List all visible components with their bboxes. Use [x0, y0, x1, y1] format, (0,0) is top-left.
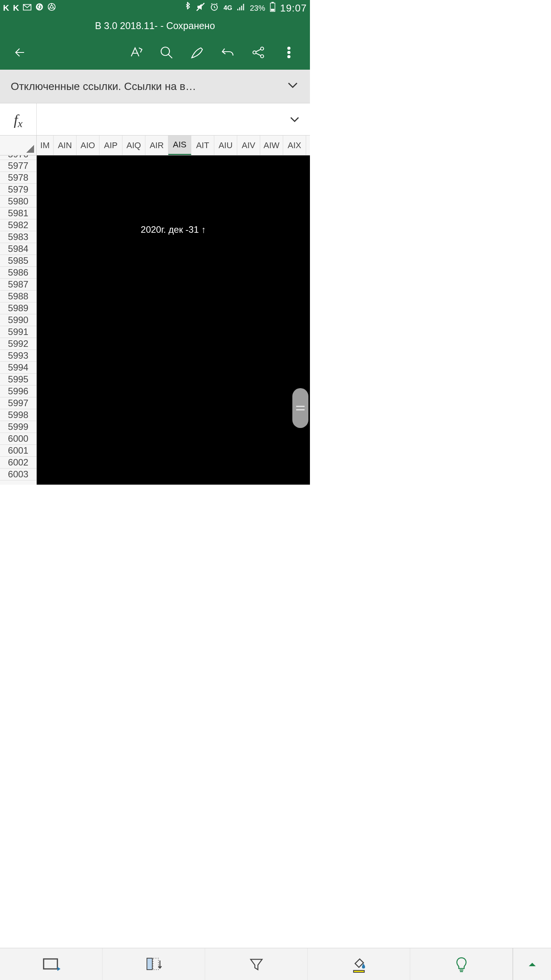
- row-header[interactable]: 5995: [0, 374, 36, 385]
- formula-input[interactable]: [37, 103, 279, 135]
- android-status-bar: K K 4G 23% 19:07: [0, 0, 310, 16]
- row-header[interactable]: 5986: [0, 267, 36, 279]
- row-header[interactable]: 5993: [0, 350, 36, 362]
- back-button[interactable]: [8, 39, 34, 66]
- row-header[interactable]: 5977: [0, 160, 36, 172]
- draw-button[interactable]: [184, 39, 210, 66]
- row-header[interactable]: 5990: [0, 314, 36, 326]
- column-header[interactable]: IM: [37, 136, 54, 155]
- chrome-icon: [47, 3, 56, 13]
- column-header[interactable]: AIV: [237, 136, 260, 155]
- column-header[interactable]: AIT: [191, 136, 214, 155]
- row-header[interactable]: 5981: [0, 207, 36, 219]
- mute-icon: [196, 2, 205, 14]
- svg-point-2: [50, 5, 53, 8]
- row-header[interactable]: 5979: [0, 184, 36, 196]
- column-header[interactable]: AIN: [54, 136, 77, 155]
- battery-percent: 23%: [250, 4, 265, 13]
- cell-canvas[interactable]: 2020г. дек -31 ↑: [37, 155, 310, 485]
- column-header[interactable]: AIX: [283, 136, 306, 155]
- svg-point-0: [36, 3, 43, 10]
- row-header[interactable]: 6002: [0, 457, 36, 469]
- svg-point-11: [261, 55, 264, 58]
- network-type: 4G: [223, 4, 232, 12]
- status-right-group: 4G 23% 19:07: [184, 2, 307, 14]
- column-header[interactable]: AIW: [260, 136, 283, 155]
- gmail-icon: [23, 3, 31, 13]
- row-header[interactable]: 6000: [0, 433, 36, 445]
- column-header[interactable]: AIU: [214, 136, 237, 155]
- row-header[interactable]: 5997: [0, 397, 36, 409]
- row-header[interactable]: 5980: [0, 196, 36, 207]
- row-header[interactable]: 5994: [0, 362, 36, 374]
- row-header[interactable]: 5985: [0, 255, 36, 267]
- battery-icon: [270, 2, 276, 14]
- row-header[interactable]: 5988: [0, 291, 36, 302]
- svg-point-13: [288, 51, 290, 54]
- document-title-bar: B 3.0 2018.11- - Сохранено: [0, 16, 310, 35]
- formula-expand-button[interactable]: [279, 103, 310, 135]
- spreadsheet-grid: IMAINAIOAIPAIQAIRAISAITAIUAIVAIWAIX 5976…: [0, 136, 310, 485]
- disabled-links-banner[interactable]: Отключенные ссылки. Ссылки на в…: [0, 70, 310, 103]
- search-button[interactable]: [153, 39, 180, 66]
- svg-point-12: [288, 47, 290, 49]
- row-header[interactable]: 5998: [0, 409, 36, 421]
- row-header[interactable]: 6001: [0, 445, 36, 457]
- font-format-button[interactable]: [122, 39, 149, 66]
- row-header[interactable]: 6003: [0, 469, 36, 480]
- app-notif-icon: K: [13, 3, 19, 13]
- row-header[interactable]: 5999: [0, 421, 36, 433]
- row-header[interactable]: 5989: [0, 302, 36, 314]
- row-header[interactable]: 5992: [0, 338, 36, 350]
- chevron-down-icon: [286, 78, 299, 94]
- more-menu-button[interactable]: [276, 39, 302, 66]
- scroll-handle[interactable]: [292, 388, 308, 428]
- svg-rect-7: [271, 9, 274, 11]
- formula-bar: fx: [0, 103, 310, 136]
- banner-text: Отключенные ссылки. Ссылки на в…: [11, 80, 196, 93]
- row-header[interactable]: 5984: [0, 243, 36, 255]
- column-header[interactable]: AIR: [145, 136, 168, 155]
- column-header[interactable]: AIS: [168, 136, 191, 155]
- alarm-icon: [210, 2, 219, 14]
- row-header[interactable]: 5983: [0, 231, 36, 243]
- share-button[interactable]: [245, 39, 272, 66]
- row-header[interactable]: 5982: [0, 219, 36, 231]
- column-header[interactable]: AIP: [99, 136, 122, 155]
- select-all-corner[interactable]: [0, 136, 37, 155]
- signal-icon: [237, 3, 245, 13]
- main-toolbar: [0, 35, 310, 70]
- fx-label: fx: [0, 103, 37, 135]
- column-header[interactable]: AIQ: [122, 136, 145, 155]
- row-header[interactable]: 5996: [0, 385, 36, 397]
- status-left-group: K K: [3, 3, 56, 13]
- data-area: 5976597759785979598059815982598359845985…: [0, 155, 310, 485]
- row-header[interactable]: 5978: [0, 172, 36, 184]
- bluetooth-icon: [184, 2, 191, 14]
- svg-point-10: [253, 51, 256, 54]
- svg-rect-6: [271, 2, 274, 3]
- row-header[interactable]: 5987: [0, 279, 36, 291]
- row-header[interactable]: 5991: [0, 326, 36, 338]
- column-header-row: IMAINAIOAIPAIQAIRAISAITAIUAIVAIWAIX: [0, 136, 310, 155]
- row-header-column: 5976597759785979598059815982598359845985…: [0, 155, 37, 485]
- undo-button[interactable]: [214, 39, 241, 66]
- document-title: B 3.0 2018.11- - Сохранено: [95, 20, 215, 31]
- visible-cell-text: 2020г. дек -31 ↑: [37, 224, 310, 235]
- clock: 19:07: [280, 2, 307, 14]
- svg-point-9: [261, 47, 264, 50]
- column-header[interactable]: AIO: [77, 136, 99, 155]
- svg-point-14: [288, 56, 290, 58]
- svg-point-8: [161, 47, 170, 56]
- app-notif-icon: K: [3, 3, 9, 13]
- row-header[interactable]: 5976: [0, 155, 36, 160]
- shazam-icon: [35, 3, 44, 13]
